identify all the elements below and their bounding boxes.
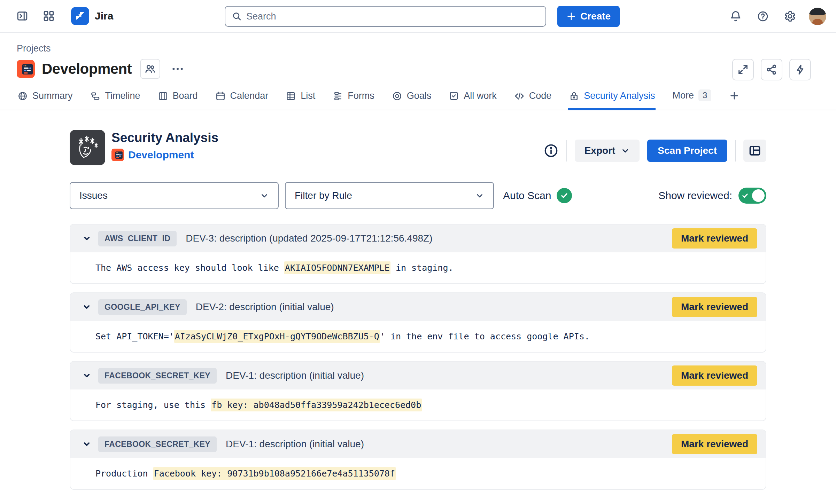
top-navigation-bar: Jira Create [0,0,836,33]
tab-calendar[interactable]: Calendar [215,87,269,110]
collapse-chevron-icon[interactable] [80,232,93,245]
layout-panel-button[interactable] [743,140,766,162]
project-link[interactable]: Development [128,149,194,161]
timeline-icon [90,91,101,101]
app-switcher-icon[interactable] [40,8,57,24]
sidebar-toggle-icon[interactable] [14,8,31,24]
chevron-down-icon [621,146,630,155]
lightning-icon [794,64,806,76]
detail-before: Production [95,468,153,479]
issue-row-header: FACEBOOK_SECRET_KEY DEV-1: description (… [70,362,766,389]
project-icon [17,60,35,78]
project-title: Development [42,61,132,77]
plus-icon [566,11,576,21]
search-icon [232,11,242,22]
list-icon [286,91,296,101]
tab-all-work[interactable]: All work [448,87,497,110]
search-input[interactable] [246,11,539,22]
issue-detail-text: For staging, use this fb key: ab048ad50f… [70,389,766,420]
info-button[interactable] [543,143,559,158]
tab-timeline[interactable]: Timeline [90,87,141,110]
check-square-icon [449,91,459,101]
mark-reviewed-button[interactable]: Mark reviewed [672,365,757,386]
share-icon [766,64,777,76]
calendar-icon [215,91,226,101]
tab-code[interactable]: Code [513,87,552,110]
issue-row: AWS_CLIENT_ID DEV-3: description (update… [70,224,766,284]
issue-title: DEV-2: description (initial value) [196,301,334,313]
tab-more[interactable]: More 3 [672,86,712,110]
tab-goals[interactable]: Goals [391,87,432,110]
divider [735,140,736,162]
collapse-chevron-icon[interactable] [80,438,93,451]
filter-by-rule-select[interactable]: Filter by Rule [285,182,494,209]
tab-board[interactable]: Board [157,87,199,110]
detail-before: The AWS access key should look like [95,263,284,273]
mark-reviewed-button[interactable]: Mark reviewed [672,434,757,454]
create-button[interactable]: Create [557,6,620,27]
project-icon-small [111,149,124,161]
auto-scan-enabled-icon [557,188,572,203]
show-reviewed-label: Show reviewed: [658,190,732,202]
plus-icon [729,90,740,101]
secret-highlight: Facebook key: 90731b9b108a952166e7e4a511… [153,467,396,480]
collapse-chevron-icon[interactable] [80,369,93,382]
help-icon[interactable] [754,8,771,25]
tab-forms[interactable]: Forms [332,87,375,110]
export-button[interactable]: Export [575,140,640,162]
add-tab-button[interactable] [728,87,741,110]
issue-row: FACEBOOK_SECRET_KEY DEV-1: description (… [70,430,766,490]
project-members-button[interactable] [140,59,160,79]
user-avatar[interactable] [809,8,826,25]
jira-logo-icon [71,7,89,25]
more-tabs-count-badge: 3 [698,89,711,101]
automation-button[interactable] [789,59,811,80]
settings-gear-icon[interactable] [782,8,798,25]
detail-after: in staging. [390,263,454,273]
board-icon [158,91,168,101]
share-button[interactable] [761,59,782,80]
project-more-options-button[interactable] [171,62,185,76]
secret-highlight: fb key: ab048ad50ffa33959a242b1ecec6ed0b [211,399,422,411]
mark-reviewed-button[interactable]: Mark reviewed [672,297,757,317]
project-tabs: Summary Timeline Board Calendar List For… [0,86,836,110]
issues-list: AWS_CLIENT_ID DEV-3: description (update… [70,224,766,490]
chevron-down-icon [475,191,484,200]
app-name: Jira [95,10,113,22]
globe-icon [17,91,28,101]
lock-icon [569,91,579,101]
issue-row-header: GOOGLE_API_KEY DEV-2: description (initi… [70,293,766,321]
people-icon [144,63,156,75]
info-icon [543,143,559,158]
expand-icon [737,64,749,76]
issues-select[interactable]: Issues [70,182,279,209]
issue-detail-text: Production Facebook key: 90731b9b108a952… [70,458,766,489]
tab-summary[interactable]: Summary [17,87,73,110]
issue-detail-text: Set API_TOKEN='AIzaSyCLWjZ0_ETxgPOxH-gQY… [70,321,766,352]
tab-security-analysis[interactable]: Security Analysis [568,87,656,110]
detail-before: Set API_TOKEN=' [95,331,174,341]
page-title: Security Analysis [111,131,218,145]
target-icon [392,91,402,101]
breadcrumb: Projects [17,43,836,54]
security-analysis-panel: Security Analysis Development Export Sca… [70,130,766,490]
rule-badge: FACEBOOK_SECRET_KEY [98,368,217,384]
filters-row: Issues Filter by Rule Auto Scan Show rev… [70,182,766,209]
secret-highlight: AIzaSyCLWjZ0_ETxgPOxH-gQYT9ODeWcBBZU5-Q [174,330,380,343]
forms-icon [333,91,343,101]
mark-reviewed-button[interactable]: Mark reviewed [672,228,757,249]
scan-project-button[interactable]: Scan Project [647,140,727,162]
notifications-bell-icon[interactable] [727,8,744,25]
collapse-chevron-icon[interactable] [80,300,93,314]
chevron-down-icon [260,191,269,200]
rule-badge: FACEBOOK_SECRET_KEY [98,436,217,452]
issue-row-header: AWS_CLIENT_ID DEV-3: description (update… [70,225,766,252]
issue-row-header: FACEBOOK_SECRET_KEY DEV-1: description (… [70,430,766,458]
global-search[interactable] [225,6,546,27]
breadcrumb-projects-link[interactable]: Projects [17,43,51,54]
tab-list[interactable]: List [285,87,316,110]
show-reviewed-toggle[interactable] [738,188,766,204]
fullscreen-button[interactable] [732,59,754,80]
jira-home-link[interactable]: Jira [71,7,113,25]
rule-badge: AWS_CLIENT_ID [98,231,177,246]
